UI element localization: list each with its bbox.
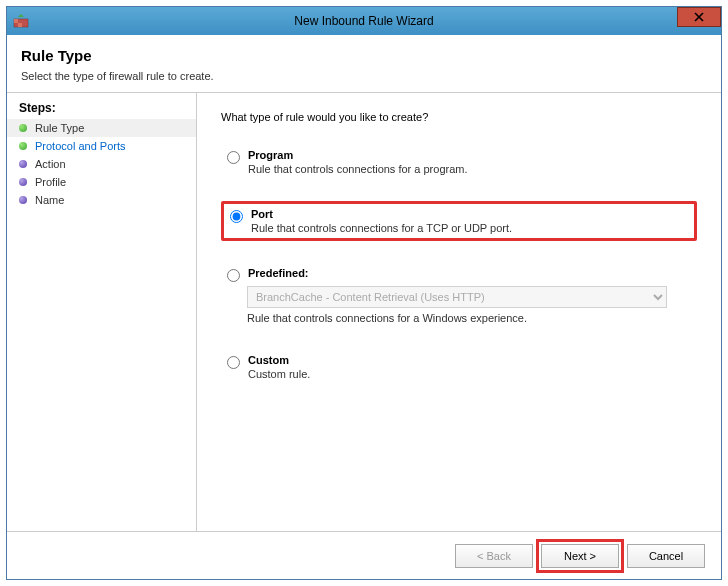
- option-desc: Rule that controls connections for a TCP…: [251, 222, 512, 234]
- bullet-icon: [19, 124, 27, 132]
- titlebar: New Inbound Rule Wizard: [7, 7, 721, 35]
- option-desc: Rule that controls connections for a pro…: [248, 163, 468, 175]
- bullet-icon: [19, 196, 27, 204]
- option-title: Port: [251, 208, 512, 220]
- radio-predefined[interactable]: [227, 269, 240, 282]
- step-action[interactable]: Action: [7, 155, 196, 173]
- step-label: Profile: [35, 176, 66, 188]
- option-program: Program Rule that controls connections f…: [221, 145, 697, 179]
- option-desc: Rule that controls connections for a Win…: [247, 312, 691, 324]
- step-rule-type[interactable]: Rule Type: [7, 119, 196, 137]
- page-header: Rule Type Select the type of firewall ru…: [7, 35, 721, 93]
- steps-heading: Steps:: [7, 101, 196, 119]
- option-title: Predefined:: [248, 267, 309, 279]
- step-label: Name: [35, 194, 64, 206]
- step-profile[interactable]: Profile: [7, 173, 196, 191]
- option-predefined: Predefined: BranchCache - Content Retrie…: [221, 263, 697, 328]
- radio-program[interactable]: [227, 151, 240, 164]
- step-label: Protocol and Ports: [35, 140, 126, 152]
- step-label: Rule Type: [35, 122, 84, 134]
- option-title: Program: [248, 149, 468, 161]
- close-button[interactable]: [677, 7, 721, 27]
- step-protocol-and-ports[interactable]: Protocol and Ports: [7, 137, 196, 155]
- step-label: Action: [35, 158, 66, 170]
- step-name[interactable]: Name: [7, 191, 196, 209]
- radio-custom[interactable]: [227, 356, 240, 369]
- bullet-icon: [19, 178, 27, 186]
- option-port: Port Rule that controls connections for …: [221, 201, 697, 241]
- window-title: New Inbound Rule Wizard: [7, 14, 721, 28]
- next-button[interactable]: Next >: [541, 544, 619, 568]
- main-panel: What type of rule would you like to crea…: [197, 93, 721, 531]
- option-custom: Custom Custom rule.: [221, 350, 697, 384]
- cancel-button[interactable]: Cancel: [627, 544, 705, 568]
- page-subtitle: Select the type of firewall rule to crea…: [21, 70, 707, 82]
- prompt-text: What type of rule would you like to crea…: [221, 111, 697, 123]
- radio-port[interactable]: [230, 210, 243, 223]
- steps-sidebar: Steps: Rule Type Protocol and Ports Acti…: [7, 93, 197, 531]
- body: Steps: Rule Type Protocol and Ports Acti…: [7, 93, 721, 531]
- bullet-icon: [19, 160, 27, 168]
- close-icon: [694, 10, 704, 25]
- back-button: < Back: [455, 544, 533, 568]
- option-title: Custom: [248, 354, 310, 366]
- footer: < Back Next > Cancel: [7, 531, 721, 579]
- wizard-window: New Inbound Rule Wizard Rule Type Select…: [6, 6, 722, 580]
- predefined-select: BranchCache - Content Retrieval (Uses HT…: [247, 286, 667, 308]
- option-desc: Custom rule.: [248, 368, 310, 380]
- bullet-icon: [19, 142, 27, 150]
- page-title: Rule Type: [21, 47, 707, 64]
